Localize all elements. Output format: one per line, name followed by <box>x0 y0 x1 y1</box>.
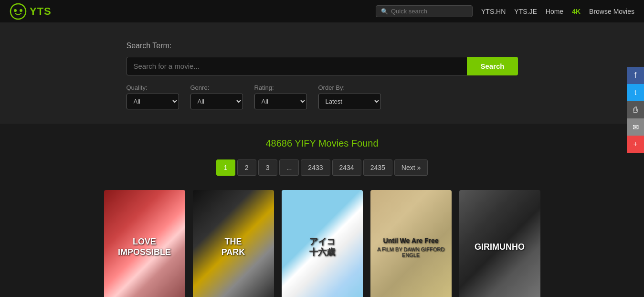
search-button[interactable]: Search <box>467 57 517 75</box>
more-button[interactable]: + <box>627 136 644 153</box>
facebook-button[interactable]: f <box>627 67 644 84</box>
page-1-button[interactable]: 1 <box>216 159 235 176</box>
movie-poster-2: アイコ十六歳 <box>282 190 363 297</box>
nav-yts-hn[interactable]: YTS.HN <box>481 8 506 15</box>
svg-point-2 <box>20 9 22 12</box>
quality-filter-group: Quality: All 720p 1080p 2160p 3D <box>127 84 179 109</box>
rating-label: Rating: <box>254 84 307 91</box>
page-2435-button[interactable]: 2435 <box>363 159 392 176</box>
search-section: Search Term: Search Quality: All 720p 10… <box>0 22 644 124</box>
poster-sub-3: A FILM BY DAWN GIFFORD ENGLE <box>375 246 447 258</box>
print-button[interactable]: ⎙ <box>627 101 644 118</box>
filters-row: Quality: All 720p 1080p 2160p 3D Genre: … <box>127 84 518 109</box>
movie-poster-3: Until We Are Free A FILM BY DAWN GIFFORD… <box>370 190 452 297</box>
order-by-label: Order By: <box>318 84 381 91</box>
results-section: 48686 YIFY Movies Found 1 2 3 ... 2433 2… <box>0 124 644 297</box>
quality-label: Quality: <box>127 84 179 91</box>
pagination: 1 2 3 ... 2433 2434 2435 Next » <box>0 159 644 176</box>
poster-title-4: GIRIMUNHO <box>475 242 525 253</box>
movies-grid: LOVEIMPOSSIBLE Namnam buknyeo THEPARK Th… <box>0 190 644 297</box>
genre-select[interactable]: All Action Comedy Drama Horror Sci-Fi <box>190 94 243 109</box>
nav-4k[interactable]: 4K <box>572 8 581 15</box>
twitter-button[interactable]: t <box>627 84 644 101</box>
poster-title-1: THEPARK <box>222 237 245 257</box>
order-by-filter-group: Order By: Latest Oldest Seeds Peers Year… <box>318 84 381 109</box>
movie-card-1[interactable]: THEPARK The Dark <box>193 190 274 297</box>
navbar: YTS 🔍 YTS.HN YTS.JE Home 4K Browse Movie… <box>0 0 644 22</box>
email-button[interactable]: ✉ <box>627 118 644 136</box>
genre-label: Genre: <box>190 84 243 91</box>
movie-card-3[interactable]: Until We Are Free A FILM BY DAWN GIFFORD… <box>370 190 452 297</box>
nav-browse-movies[interactable]: Browse Movies <box>589 8 634 15</box>
order-by-select[interactable]: Latest Oldest Seeds Peers Year Rating Li… <box>318 94 381 109</box>
nav-yts-je[interactable]: YTS.JE <box>514 8 537 15</box>
genre-filter-group: Genre: All Action Comedy Drama Horror Sc… <box>190 84 243 109</box>
page-ellipsis: ... <box>279 159 299 176</box>
movie-poster-4: GIRIMUNHO <box>459 190 540 297</box>
next-page-button[interactable]: Next » <box>394 159 428 176</box>
logo-text: YTS <box>30 5 52 18</box>
quick-search-input[interactable] <box>391 8 467 15</box>
logo[interactable]: YTS <box>10 3 52 20</box>
nav-links: 🔍 YTS.HN YTS.JE Home 4K Browse Movies <box>376 5 634 17</box>
results-count: 48686 YIFY Movies Found <box>0 138 644 149</box>
search-row: Search <box>127 57 518 75</box>
movie-search-input[interactable] <box>127 57 467 75</box>
movie-card-2[interactable]: アイコ十六歳 Aiko 16 sai <box>282 190 363 297</box>
quality-select[interactable]: All 720p 1080p 2160p 3D <box>127 94 179 109</box>
poster-title-0: LOVEIMPOSSIBLE <box>118 237 171 257</box>
page-3-button[interactable]: 3 <box>258 159 277 176</box>
quick-search-wrap[interactable]: 🔍 <box>376 5 473 17</box>
rating-filter-group: Rating: All 1+2+3+ 4+5+6+ 7+8+9+ <box>254 84 307 109</box>
logo-icon <box>10 3 27 20</box>
search-icon: 🔍 <box>381 8 388 15</box>
svg-point-1 <box>14 9 17 12</box>
social-sidebar: f t ⎙ ✉ + <box>627 67 644 153</box>
movie-card-0[interactable]: LOVEIMPOSSIBLE Namnam buknyeo <box>104 190 185 297</box>
page-2-button[interactable]: 2 <box>237 159 256 176</box>
search-term-label: Search Term: <box>127 42 518 50</box>
svg-point-0 <box>11 4 26 19</box>
poster-title-3: Until We Are Free <box>383 237 439 245</box>
poster-title-2: アイコ十六歳 <box>309 237 335 257</box>
movie-poster-1: THEPARK <box>193 190 274 297</box>
page-2434-button[interactable]: 2434 <box>332 159 361 176</box>
nav-home[interactable]: Home <box>546 8 563 15</box>
rating-select[interactable]: All 1+2+3+ 4+5+6+ 7+8+9+ <box>254 94 307 109</box>
movie-card-4[interactable]: GIRIMUNHO Svid <box>459 190 540 297</box>
movie-poster-0: LOVEIMPOSSIBLE <box>104 190 185 297</box>
page-2433-button[interactable]: 2433 <box>301 159 330 176</box>
